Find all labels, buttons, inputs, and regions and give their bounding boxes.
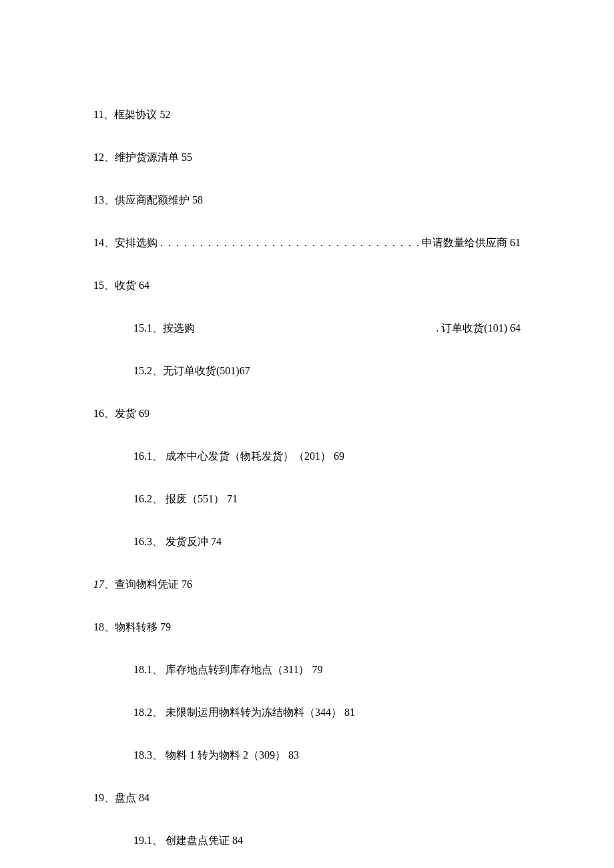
toc-text: 18.1、 库存地点转到库存地点（311） 79 bbox=[133, 664, 322, 675]
toc-item-18-1: 18.1、 库存地点转到库存地点（311） 79 bbox=[93, 662, 521, 678]
toc-text: 18.2、 未限制运用物料转为冻结物料（344） 81 bbox=[133, 707, 355, 718]
toc-text: 16.2、 报废（551） 71 bbox=[133, 493, 238, 504]
toc-text: 16.1、 成本中心发货（物耗发货）（201） 69 bbox=[133, 450, 344, 462]
toc-item-18-3: 18.3、 物料 1 转为物料 2（309） 83 bbox=[93, 747, 521, 763]
toc-text: 、查询物料凭证 76 bbox=[104, 578, 192, 590]
toc-item-12: 12、维护货源清单 55 bbox=[93, 149, 521, 165]
toc-item-16-3: 16.3、 发货反冲 74 bbox=[93, 534, 521, 550]
toc-item-14: 14、安排选购 . . . . . . . . . . . . . . . . … bbox=[93, 235, 521, 251]
toc-item-16: 16、发货 69 bbox=[93, 406, 521, 422]
toc-dots: . . . . . . . . . . . . . . . . . . . . … bbox=[158, 235, 422, 251]
toc-text: 18、物料转移 79 bbox=[93, 621, 171, 632]
toc-item-19: 19、盘点 84 bbox=[93, 790, 521, 806]
toc-item-17: 17、查询物料凭证 76 bbox=[93, 576, 521, 592]
toc-num-italic: 17 bbox=[93, 578, 104, 590]
toc-item-19-1: 19.1、 创建盘点凭证 84 bbox=[93, 833, 521, 849]
toc-text: 15、收货 64 bbox=[93, 280, 149, 291]
toc-text: 16.3、 发货反冲 74 bbox=[133, 536, 222, 547]
toc-item-18-2: 18.2、 未限制运用物料转为冻结物料（344） 81 bbox=[93, 705, 521, 721]
toc-text: 18.3、 物料 1 转为物料 2（309） 83 bbox=[133, 749, 299, 761]
toc-text: 19、盘点 84 bbox=[93, 792, 149, 803]
toc-item-11: 11、框架协议 52 bbox=[93, 107, 521, 123]
toc-trail: 申请数量给供应商 61 bbox=[422, 235, 521, 251]
toc-item-16-1: 16.1、 成本中心发货（物耗发货）（201） 69 bbox=[93, 448, 521, 464]
toc-left: 15.1、按选购 bbox=[133, 320, 195, 336]
toc-text: 15.2、无订单收货(501)67 bbox=[133, 365, 250, 376]
toc-text: 16、发货 69 bbox=[93, 408, 149, 419]
toc-item-15-1: 15.1、按选购 . 订单收货(101) 64 bbox=[93, 320, 521, 336]
toc-right: . 订单收货(101) 64 bbox=[436, 320, 521, 336]
toc-item-15-2: 15.2、无订单收货(501)67 bbox=[93, 363, 521, 379]
toc-item-13: 13、供应商配额维护 58 bbox=[93, 192, 521, 208]
toc-text: 12、维护货源清单 55 bbox=[93, 151, 192, 163]
toc-item-18: 18、物料转移 79 bbox=[93, 619, 521, 635]
toc-item-16-2: 16.2、 报废（551） 71 bbox=[93, 491, 521, 507]
toc-lead: 14、安排选购 bbox=[93, 235, 158, 251]
toc-text: 19.1、 创建盘点凭证 84 bbox=[133, 835, 243, 846]
toc-text: 11、框架协议 52 bbox=[93, 109, 170, 120]
toc-text: 13、供应商配额维护 58 bbox=[93, 194, 203, 205]
toc-item-15: 15、收货 64 bbox=[93, 278, 521, 294]
